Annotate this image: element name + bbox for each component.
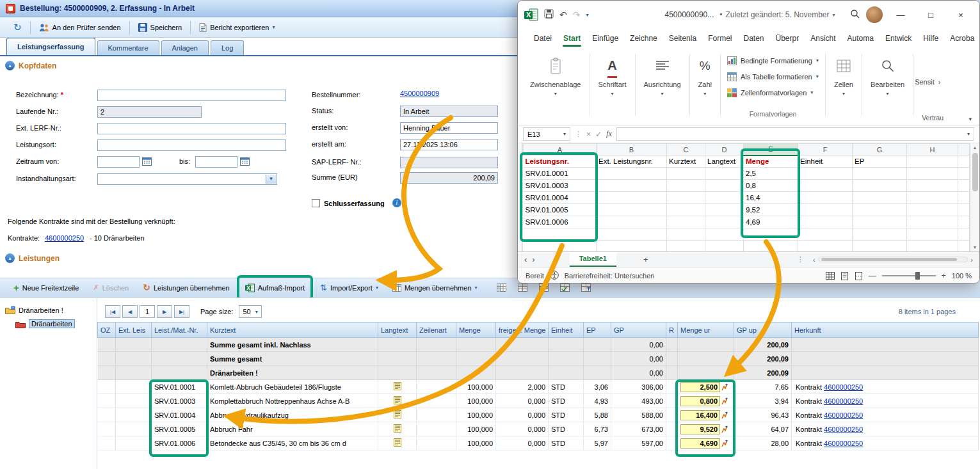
quick-save-icon[interactable] xyxy=(544,9,554,20)
fx-icon[interactable]: fx xyxy=(606,129,612,139)
col-langtext[interactable]: Langtext xyxy=(378,322,417,338)
menu-automatisieren[interactable]: Automa xyxy=(842,29,880,47)
menu-ansicht[interactable]: Ansicht xyxy=(805,29,841,47)
ribbon-ausrichtung[interactable]: Ausrichtung ▾ xyxy=(637,52,688,98)
cell-menge[interactable]: 9,52 xyxy=(744,204,798,216)
ext-lerf-nr-input[interactable] xyxy=(97,123,286,134)
ribbon-zwischenablage[interactable]: Zwischenablage ▾ xyxy=(523,52,588,98)
tab-leistungserfassung[interactable]: Leistungserfassung xyxy=(6,38,95,55)
col-einheit[interactable]: Einheit xyxy=(549,322,584,338)
menge-update-input[interactable]: 2,500 xyxy=(680,382,720,392)
minimize-button[interactable]: — xyxy=(888,5,913,24)
kontrakt-header-link[interactable]: 4600000250 xyxy=(45,234,84,242)
tab-kommentare[interactable]: Kommentare xyxy=(97,40,159,55)
scroll-up-icon[interactable]: ▴ xyxy=(974,145,976,150)
export-report-button[interactable]: Bericht exportieren ▾ xyxy=(192,17,282,37)
leistungen-uebernehmen-button[interactable]: ↻Leistungen übernehmen xyxy=(136,278,236,297)
ribbon-bearbeiten[interactable]: Bearbeiten ▾ xyxy=(864,52,912,98)
redo-icon[interactable]: ↷ xyxy=(573,10,581,20)
zellenformatvorlagen-button[interactable]: Zellenformatvorlagen▾ xyxy=(727,84,819,100)
scroll-thumb[interactable] xyxy=(821,258,958,261)
menu-formeln[interactable]: Formel xyxy=(702,29,737,47)
calendar-icon[interactable] xyxy=(240,157,251,168)
kontrakt-link[interactable]: 4600000250 xyxy=(824,397,863,405)
cell-leistungsnr[interactable]: SRV.01.0005 xyxy=(524,204,597,216)
col-B[interactable]: B xyxy=(597,144,667,155)
excel-data-row[interactable]: SRV.01.0006 4,69 xyxy=(524,216,970,228)
normal-view-icon[interactable] xyxy=(826,272,835,280)
menu-entwicklertools[interactable]: Entwick xyxy=(880,29,917,47)
zeitraum-von-input[interactable] xyxy=(97,156,140,168)
cell-menge[interactable]: 0,8 xyxy=(744,180,798,192)
collapse-section-icon[interactable]: ▴ xyxy=(5,61,15,70)
kontrakt-link[interactable]: 4600000250 xyxy=(824,383,863,391)
loeschen-button[interactable]: ✗Löschen xyxy=(86,278,136,297)
kontrakt-link[interactable]: 4600000250 xyxy=(824,425,863,433)
cell[interactable]: Einheit xyxy=(798,155,853,168)
excel-header-row[interactable]: Leistungsnr. Ext. Leistungsnr. Kurztext … xyxy=(524,155,970,168)
neue-freitextzeile-button[interactable]: +Neue Freitextzeile xyxy=(6,278,86,297)
menu-acrobat[interactable]: Acroba xyxy=(944,29,980,47)
info-icon[interactable]: i xyxy=(392,198,401,207)
ribbon-sensitivitaet[interactable]: Sensit› xyxy=(915,78,940,86)
zoom-slider[interactable] xyxy=(882,275,936,276)
col-kurztext[interactable]: Kurztext xyxy=(207,322,378,338)
col-gp-up[interactable]: GP up xyxy=(734,322,792,338)
col-F[interactable]: F xyxy=(798,144,853,155)
kontrakt-link[interactable]: 4600000250 xyxy=(824,411,863,419)
zoom-out-button[interactable]: — xyxy=(869,271,876,280)
leistung-row[interactable]: SRV.01.0003 Komplettabbruch Nottreppenha… xyxy=(98,394,979,408)
schlusserfassung-checkbox[interactable] xyxy=(312,199,320,207)
enter-icon[interactable]: ✓ xyxy=(595,130,602,139)
current-page[interactable]: 1 xyxy=(140,305,155,318)
cell[interactable]: EP xyxy=(853,155,907,168)
langtext-icon[interactable] xyxy=(394,384,401,392)
scroll-left-icon[interactable]: ‹ xyxy=(813,256,815,264)
last-modified[interactable]: •Zuletzt geändert: 5. November▾ xyxy=(719,10,835,19)
zeitraum-bis-input[interactable] xyxy=(195,156,237,168)
menu-einfuegen[interactable]: Einfüge xyxy=(586,29,624,47)
accessibility-status[interactable]: Barrierefreiheit: Untersuchen xyxy=(565,272,655,280)
leistung-row[interactable]: SRV.01.0001 Komlett-Abbruch Gebäudeteil … xyxy=(98,380,979,394)
cell-leistungsnr[interactable]: SRV.01.0001 xyxy=(524,168,597,180)
search-icon[interactable] xyxy=(850,9,860,20)
col-A[interactable]: A xyxy=(524,144,597,155)
aufmass-icon[interactable] xyxy=(721,383,728,391)
first-page-button[interactable]: |◀ xyxy=(105,305,120,318)
excel-data-row[interactable]: SRV.01.0005 9,52 xyxy=(524,204,970,216)
zoom-in-button[interactable]: + xyxy=(942,271,946,280)
scroll-down-icon[interactable]: ▾ xyxy=(974,244,976,250)
bestellnummer-link[interactable]: 4500000909 xyxy=(400,90,439,97)
cell-leistungsnr[interactable]: SRV.01.0003 xyxy=(524,180,597,192)
als-tabelle-formatieren-button[interactable]: Als Tabelle formatieren▾ xyxy=(727,68,819,84)
send-to-pruefer-button[interactable]: An den Prüfer senden xyxy=(32,17,128,37)
col-freigeg-menge[interactable]: freigeg. Menge xyxy=(496,322,549,338)
name-box[interactable]: E13▾ xyxy=(523,127,570,141)
langtext-icon[interactable] xyxy=(394,440,401,448)
menu-datei[interactable]: Datei xyxy=(528,29,558,47)
tab-log[interactable]: Log xyxy=(211,40,244,55)
collapse-section-icon[interactable]: ▴ xyxy=(5,253,15,263)
leistungsort-input[interactable] xyxy=(97,139,286,151)
langtext-icon[interactable] xyxy=(394,412,401,420)
col-menge[interactable]: Menge xyxy=(456,322,496,338)
table-columns-icon[interactable] xyxy=(494,280,510,296)
col-gp[interactable]: GP xyxy=(611,322,666,338)
excel-empty-row[interactable] xyxy=(524,228,970,241)
user-avatar[interactable] xyxy=(866,6,883,23)
collapse-ribbon-icon[interactable]: ▾ xyxy=(968,116,972,122)
excel-filename[interactable]: 4500000090... xyxy=(664,10,714,19)
maximize-button[interactable]: □ xyxy=(919,5,943,24)
menu-start[interactable]: Start xyxy=(558,29,586,47)
menge-update-input[interactable]: 16,400 xyxy=(680,410,720,420)
add-sheet-button[interactable]: + xyxy=(643,255,648,264)
col-E[interactable]: E xyxy=(744,144,798,155)
cell[interactable]: Ext. Leistungsnr. xyxy=(597,155,667,168)
tree-item-draenarbeiten-root[interactable]: Dränarbeiten ! xyxy=(5,306,97,314)
bezeichnung-input[interactable] xyxy=(97,90,286,101)
cell[interactable]: Langtext xyxy=(705,155,744,168)
cell-menge[interactable]: 4,69 xyxy=(744,216,798,228)
save-button[interactable]: Speichern xyxy=(131,17,189,37)
col-H[interactable]: H xyxy=(907,144,958,155)
menu-hilfe[interactable]: Hilfe xyxy=(917,29,944,47)
